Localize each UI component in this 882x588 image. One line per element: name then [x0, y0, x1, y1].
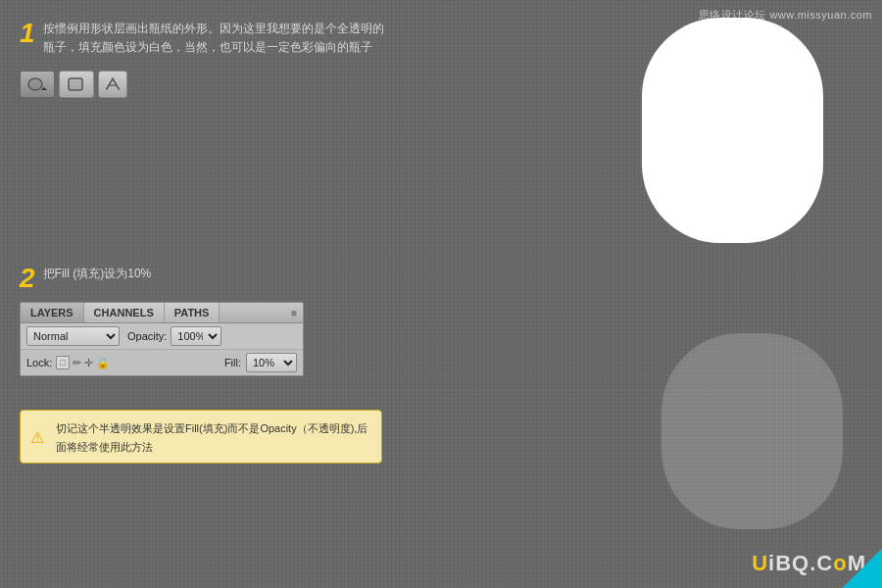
step2-number: 2: [20, 265, 35, 292]
tab-layers[interactable]: LAYERS: [21, 303, 84, 322]
warning-box: ⚠ 切记这个半透明效果是设置Fill(填充)而不是Opacity（不透明度),后…: [20, 410, 382, 464]
step1-container: 1 按惯例用形状层画出瓶纸的外形。因为这里我想要的是个全透明的瓶子，填充颜色设为…: [20, 20, 392, 98]
shape-tool-icon: [67, 75, 86, 93]
fill-label: Fill:: [224, 357, 241, 368]
bottom-watermark-u: U: [752, 551, 768, 575]
opacity-select[interactable]: 100%: [171, 326, 221, 346]
tool-icons: [20, 71, 392, 98]
layers-panel: LAYERS CHANNELS PATHS ≡ Normal Opacity: …: [20, 302, 304, 376]
warning-icon: ⚠: [30, 427, 44, 446]
step1-text: 按惯例用形状层画出瓶纸的外形。因为这里我想要的是个全透明的瓶子，填充颜色设为白色…: [43, 20, 392, 57]
svg-marker-2: [41, 87, 47, 90]
bottom-watermark-rest: iBQ.C: [768, 551, 833, 575]
shape-tool-button[interactable]: [59, 71, 94, 98]
opacity-select-wrapper: 100%: [171, 326, 221, 346]
tab-paths[interactable]: PATHS: [165, 303, 220, 322]
lock-transparent-button[interactable]: □: [56, 356, 70, 369]
pen-tool-icon: [103, 75, 122, 93]
lock-pixels-icon[interactable]: ✏: [73, 357, 81, 369]
warning-text: 切记这个半透明效果是设置Fill(填充)而不是Opacity（不透明度),后面将…: [56, 422, 368, 453]
blend-opacity-row: Normal Opacity: 100%: [21, 323, 303, 350]
fill-select[interactable]: 10%: [246, 353, 297, 372]
step1-number: 1: [20, 20, 35, 47]
bottle-gray-preview: [662, 333, 843, 529]
layers-panel-menu-button[interactable]: ≡: [285, 306, 303, 320]
fill-select-wrapper: 10%: [246, 353, 297, 372]
step2-text: 把Fill (填充)设为10%: [43, 265, 152, 283]
opacity-label: Opacity:: [127, 330, 167, 342]
blend-mode-select-wrapper: Normal: [26, 326, 120, 346]
ellipse-tool-icon: [27, 75, 47, 93]
svg-point-1: [28, 78, 42, 90]
step2-container: 2 把Fill (填充)设为10% LAYERS CHANNELS PATHS …: [20, 265, 402, 376]
pen-tool-button[interactable]: [98, 71, 127, 98]
fill-section: Fill: 10%: [224, 353, 297, 372]
lock-position-icon[interactable]: ✛: [84, 357, 93, 369]
tab-channels[interactable]: CHANNELS: [84, 303, 165, 322]
layers-tabs-bar: LAYERS CHANNELS PATHS ≡: [21, 303, 303, 323]
lock-label: Lock:: [26, 357, 52, 368]
lock-fill-row: Lock: □ ✏ ✛ 🔒 Fill: 10%: [21, 350, 303, 375]
blend-mode-select[interactable]: Normal: [26, 326, 120, 346]
lock-all-icon[interactable]: 🔒: [96, 357, 110, 369]
ellipse-tool-button[interactable]: [20, 71, 55, 98]
lock-icons-group: □ ✏ ✛ 🔒: [56, 356, 220, 369]
svg-rect-4: [69, 78, 82, 90]
corner-decoration: [843, 549, 882, 588]
bottle-white-preview: [642, 18, 823, 243]
